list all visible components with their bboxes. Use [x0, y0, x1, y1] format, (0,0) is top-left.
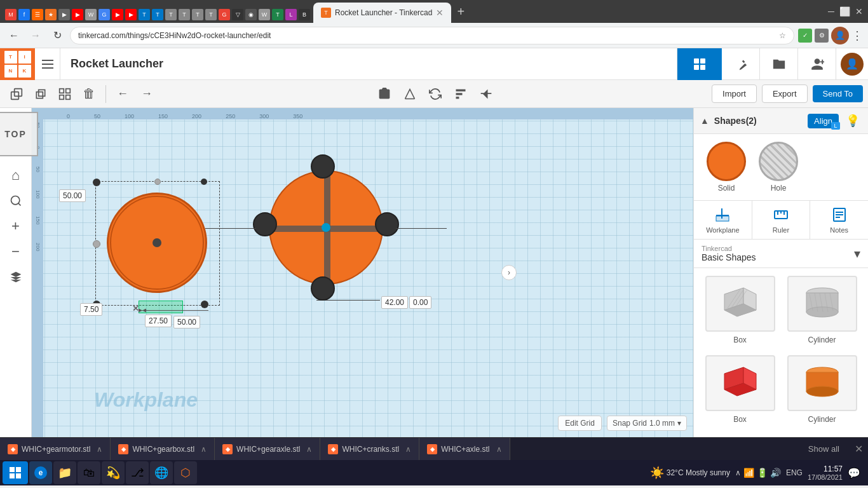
grid-view-button[interactable] — [677, 48, 722, 80]
undo-button[interactable]: ← — [111, 83, 134, 105]
shape-library-dropdown-button[interactable]: ▾ — [854, 246, 860, 261]
tray-arrow[interactable]: ∧ — [735, 468, 741, 477]
handle-top-right[interactable] — [201, 179, 207, 185]
shape-item-box-1[interactable]: Box — [702, 276, 778, 350]
handle-top-left[interactable] — [93, 179, 100, 186]
flip-button[interactable] — [475, 83, 498, 105]
panel-collapse-button[interactable]: › — [501, 265, 517, 280]
taskbar-freecad-icon[interactable]: ⬡ — [174, 461, 197, 484]
workplane-tool-button[interactable]: Workplane — [694, 201, 752, 239]
send-to-button[interactable]: Send To — [813, 85, 863, 102]
taskbar-chrome-icon[interactable]: 🌐 — [150, 461, 173, 484]
taskbar-clock[interactable]: 11:57 17/08/2021 — [808, 464, 843, 481]
start-button[interactable] — [3, 461, 28, 484]
taskbar-explorer-icon[interactable]: 📁 — [53, 461, 76, 484]
redo-button[interactable]: → — [135, 83, 158, 105]
user-avatar[interactable]: 👤 — [836, 48, 868, 80]
dim-y-label[interactable]: 0.00 — [409, 296, 431, 309]
file-tab-1[interactable]: ◈ WHIC+gearmotor.stl ∧ — [0, 438, 111, 461]
solid-type[interactable]: Solid — [707, 142, 746, 193]
edit-grid-button[interactable]: Edit Grid — [558, 416, 602, 431]
file-tabs-close-button[interactable]: ✕ — [850, 443, 868, 455]
shapes-collapse-arrow[interactable]: ▲ — [700, 116, 709, 126]
ext-settings-icon[interactable]: ⚙ — [815, 29, 829, 43]
file-tab-2-close[interactable]: ∧ — [201, 445, 207, 454]
taskbar-git-icon[interactable]: ⎇ — [126, 461, 149, 484]
canvas-area[interactable]: -50 0 50 100 150 200 250 300 350 -50 0 5… — [32, 108, 693, 437]
zoom-in-button[interactable]: + — [4, 215, 27, 238]
complex-shape[interactable] — [256, 158, 396, 297]
import-button[interactable]: Import — [712, 85, 757, 103]
dim-height-label[interactable]: 7.50 — [80, 303, 102, 316]
dim-width-label[interactable]: 50.00 — [59, 189, 86, 202]
rotate-button[interactable] — [424, 83, 447, 105]
taskbar-cortana-icon[interactable]: 💫 — [102, 461, 125, 484]
close-window-icon[interactable]: ✕ — [855, 6, 863, 17]
hole-type[interactable]: Hole — [759, 142, 798, 193]
view-cube[interactable]: TOP — [0, 112, 38, 156]
file-tab-3-close[interactable]: ∧ — [306, 445, 312, 454]
shape-button[interactable] — [398, 83, 421, 105]
new-tab-button[interactable]: + — [452, 4, 470, 19]
taskbar-weather[interactable]: ☀️ 32°C Mostly sunny — [650, 466, 730, 480]
notification-icon[interactable]: 💬 — [848, 467, 860, 479]
handle-middle-left[interactable] — [93, 240, 100, 248]
file-tab-2[interactable]: ◈ WHIC+gearbox.stl ∧ — [111, 438, 215, 461]
tray-network-icon[interactable]: 📶 — [743, 468, 754, 478]
file-tab-4-close[interactable]: ∧ — [405, 445, 411, 454]
align-button[interactable]: Align L — [808, 114, 839, 128]
folder-button[interactable] — [760, 48, 798, 80]
file-tab-3[interactable]: ◈ WHIC+gearaxle.stl ∧ — [215, 438, 320, 461]
shape-item-cylinder-1[interactable]: Cylinder — [783, 276, 860, 350]
forward-button[interactable]: → — [27, 27, 44, 44]
add-user-button[interactable] — [798, 48, 836, 80]
file-tab-5-close[interactable]: ∧ — [496, 445, 502, 454]
star-icon[interactable]: ☆ — [779, 31, 786, 40]
group-button[interactable] — [53, 83, 76, 105]
dim-x-label[interactable]: 42.00 — [381, 296, 408, 309]
camera-button[interactable] — [373, 83, 396, 105]
fit-view-button[interactable] — [4, 189, 27, 212]
cylinder-shape[interactable] — [107, 193, 207, 293]
dim-depth-label[interactable]: 27.50 — [145, 315, 172, 327]
snap-grid-control[interactable]: Snap Grid 1.0 mm ▾ — [607, 416, 687, 431]
tray-volume-icon[interactable]: 🔊 — [770, 468, 781, 478]
taskbar-store-icon[interactable]: 🛍 — [78, 461, 100, 484]
home-view-button[interactable]: ⌂ — [4, 164, 27, 187]
duplicate-button[interactable] — [29, 83, 52, 105]
show-all-button[interactable]: Show all — [798, 444, 850, 454]
active-tab[interactable]: T Rocket Launcher - Tinkercad ✕ — [313, 3, 451, 23]
dim-bottom-width-label[interactable]: 50.00 — [173, 316, 200, 329]
copy-to-workplane-button[interactable] — [5, 83, 28, 105]
browser-menu-icon[interactable]: ⋮ — [851, 29, 863, 43]
file-tab-5[interactable]: ◈ WHIC+axle.stl ∧ — [419, 438, 510, 461]
maximize-icon[interactable]: ⬜ — [839, 6, 850, 17]
file-tab-4[interactable]: ◈ WHIC+cranks.stl ∧ — [320, 438, 419, 461]
tab-close-icon[interactable]: ✕ — [436, 8, 444, 18]
align-layers-button[interactable] — [449, 83, 472, 105]
taskbar-edge-icon[interactable]: e — [29, 461, 52, 484]
tray-battery-icon[interactable]: 🔋 — [757, 468, 768, 478]
back-button[interactable]: ← — [5, 27, 23, 44]
minimize-icon[interactable]: ─ — [828, 6, 834, 17]
notes-tool-button[interactable]: Notes — [810, 201, 868, 239]
refresh-button[interactable]: ↻ — [48, 27, 66, 44]
file-tab-1-close[interactable]: ∧ — [97, 445, 102, 454]
delete-button[interactable]: 🗑 — [78, 83, 100, 105]
ext-check-icon[interactable]: ✓ — [798, 29, 812, 43]
layers-button[interactable] — [4, 266, 27, 288]
lightbulb-button[interactable]: 💡 — [844, 112, 862, 130]
address-bar[interactable]: tinkercad.com/things/cCE3HiNw2dO-rocket-… — [70, 27, 794, 44]
hamburger-menu-button[interactable] — [35, 48, 60, 80]
design-tools-button[interactable] — [722, 48, 760, 80]
profile-avatar[interactable]: 👤 — [831, 27, 849, 44]
logo-cell-i: I — [18, 51, 31, 64]
export-button[interactable]: Export — [762, 85, 808, 103]
ruler-tool-button[interactable]: Ruler — [752, 201, 811, 239]
shape-item-box-2[interactable]: Box — [702, 355, 778, 430]
zoom-out-button[interactable]: − — [4, 240, 27, 263]
handle-bottom-right[interactable] — [201, 301, 208, 308]
handle-top-center[interactable] — [154, 179, 161, 185]
selected-shape-group[interactable]: ✕ 50.00 7.50 27.50 50.00 — [107, 193, 207, 293]
shape-item-cylinder-2[interactable]: Cylinder — [783, 355, 860, 430]
